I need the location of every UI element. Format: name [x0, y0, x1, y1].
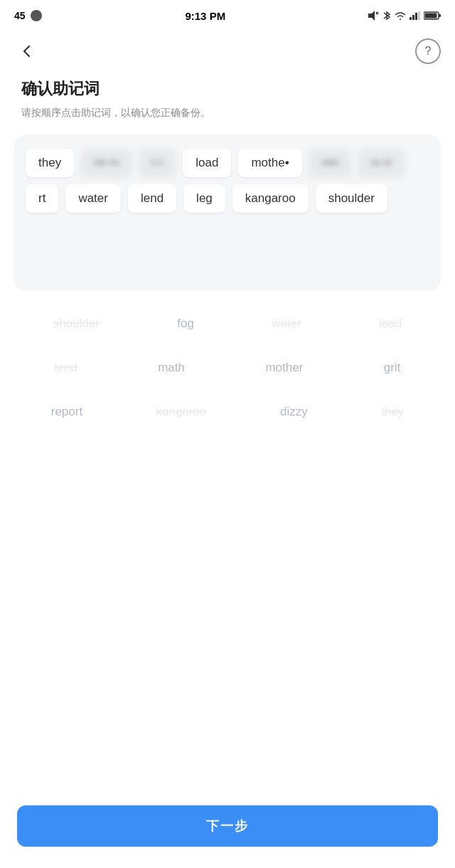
- word-option[interactable]: they: [374, 401, 411, 423]
- page-subtitle: 请按顺序点击助记词，以确认您正确备份。: [21, 105, 434, 120]
- bluetooth-icon: [382, 10, 391, 21]
- circle-icon: [30, 9, 43, 22]
- word-option[interactable]: report: [44, 401, 90, 423]
- selected-word-chip[interactable]: mothe•: [238, 149, 301, 177]
- status-bar: 45 9:13 PM: [0, 0, 455, 31]
- help-icon: ?: [425, 45, 432, 58]
- bottom-area: 下一步: [0, 794, 455, 868]
- svg-marker-1: [368, 11, 375, 21]
- available-words-section: shoulderfogwaterloadlendmathmothergritre…: [0, 312, 455, 423]
- help-button[interactable]: ?: [415, 38, 441, 64]
- svg-rect-9: [439, 14, 441, 17]
- selected-word-chip[interactable]: kangaroo: [232, 184, 309, 213]
- selected-word-chip[interactable]: they: [26, 149, 74, 177]
- signal-icon: [410, 11, 421, 20]
- word-option-row: shoulderfogwaterload: [14, 312, 441, 335]
- word-option[interactable]: math: [151, 356, 192, 379]
- selected-word-chip[interactable]: leg: [183, 184, 225, 213]
- selected-word-chip[interactable]: load: [183, 149, 231, 177]
- word-option[interactable]: dizzy: [273, 401, 315, 423]
- selected-word-chip[interactable]: rt: [26, 184, 58, 213]
- status-number: 45: [14, 10, 26, 21]
- back-button[interactable]: [14, 38, 40, 64]
- chevron-left-icon: [19, 43, 35, 59]
- selected-word-chip[interactable]: lend: [128, 184, 176, 213]
- selected-word-chip[interactable]: ••• ••: [81, 149, 131, 177]
- selected-word-chip[interactable]: water: [65, 184, 121, 213]
- volume-icon: [368, 11, 380, 21]
- svg-rect-4: [410, 17, 412, 20]
- wifi-icon: [394, 11, 407, 21]
- status-right: [368, 10, 441, 21]
- selected-word-chip[interactable]: •• ••: [358, 149, 405, 177]
- word-option[interactable]: kangaroo: [149, 401, 214, 423]
- word-option[interactable]: fog: [170, 312, 201, 335]
- svg-rect-6: [415, 13, 417, 20]
- status-time: 9:13 PM: [185, 10, 225, 22]
- selected-word-chip[interactable]: shoulder: [316, 184, 387, 213]
- word-option[interactable]: water: [264, 312, 309, 335]
- battery-icon: [424, 11, 441, 20]
- selected-word-chip[interactable]: ••••: [309, 149, 352, 177]
- word-option[interactable]: load: [372, 312, 409, 335]
- word-option-row: lendmathmothergrit: [14, 356, 441, 379]
- word-option[interactable]: mother: [258, 356, 310, 379]
- word-option-row: reportkangaroodizzythey: [14, 401, 441, 423]
- page-header: 确认助记词 请按顺序点击助记词，以确认您正确备份。: [0, 71, 455, 134]
- selected-words-grid: they••• ••• •loadmothe••••••• ••rtwaterl…: [26, 149, 429, 213]
- word-option[interactable]: shoulder: [46, 312, 107, 335]
- svg-rect-7: [418, 11, 420, 20]
- svg-rect-5: [412, 15, 414, 20]
- page-title: 确认助记词: [21, 78, 434, 100]
- svg-rect-10: [425, 14, 437, 18]
- status-left: 45: [14, 9, 43, 22]
- word-option[interactable]: grit: [377, 356, 408, 379]
- next-button[interactable]: 下一步: [17, 805, 438, 847]
- nav-bar: ?: [0, 31, 455, 71]
- svg-point-0: [31, 10, 42, 21]
- word-option[interactable]: lend: [48, 356, 85, 379]
- selected-word-chip[interactable]: • •: [139, 149, 176, 177]
- word-selection-box: they••• ••• •loadmothe••••••• ••rtwaterl…: [14, 134, 441, 291]
